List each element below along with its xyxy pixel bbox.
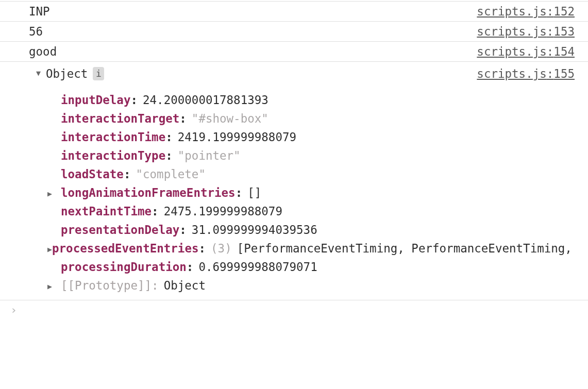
source-link[interactable]: scripts.js:154 xyxy=(477,45,575,58)
object-property[interactable]: interactionTarget: "#show-box" xyxy=(47,109,575,128)
source-link[interactable]: scripts.js:152 xyxy=(477,5,575,18)
prop-value: 0.699999988079071 xyxy=(198,260,317,274)
console-log-row[interactable]: INP scripts.js:152 xyxy=(0,1,588,22)
prop-value: [] xyxy=(247,186,261,199)
chevron-down-icon[interactable]: ▼ xyxy=(36,70,41,77)
object-prototype[interactable]: ▶ [[Prototype]]: Object xyxy=(47,276,575,295)
object-property[interactable]: processingDuration: 0.699999988079071 xyxy=(47,258,575,276)
chevron-right-icon: › xyxy=(10,303,17,316)
log-text: INP xyxy=(29,5,50,18)
object-property[interactable]: ▶ longAnimationFrameEntries: [] xyxy=(47,183,575,202)
object-property[interactable]: loadState: "complete" xyxy=(47,165,575,183)
log-text: 56 xyxy=(29,25,43,38)
object-property[interactable]: presentationDelay: 31.099999994039536 xyxy=(47,221,575,239)
object-property[interactable]: ▶ processedEventEntries: (3) [Performanc… xyxy=(47,239,575,258)
console-object-row: ▼ Object i scripts.js:155 inputDelay: 24… xyxy=(0,62,588,300)
object-property[interactable]: interactionTime: 2419.199999988079 xyxy=(47,128,575,146)
chevron-right-icon[interactable]: ▶ xyxy=(47,189,61,198)
console-prompt[interactable]: › xyxy=(0,300,588,319)
console-output: INP scripts.js:152 56 scripts.js:153 goo… xyxy=(0,0,588,319)
prop-value: Object xyxy=(164,279,206,292)
source-link[interactable]: scripts.js:155 xyxy=(477,67,575,80)
chevron-right-icon[interactable]: ▶ xyxy=(47,282,61,291)
console-log-row[interactable]: 56 scripts.js:153 xyxy=(0,22,588,42)
prop-value: 24.200000017881393 xyxy=(143,93,268,107)
object-property[interactable]: nextPaintTime: 2475.199999988079 xyxy=(47,202,575,221)
prop-value: "#show-box" xyxy=(192,112,268,125)
info-icon[interactable]: i xyxy=(93,67,104,80)
object-label[interactable]: Object xyxy=(46,67,88,80)
object-properties: inputDelay: 24.200000017881393 interacti… xyxy=(29,91,575,295)
console-log-row[interactable]: good scripts.js:154 xyxy=(0,42,588,62)
prop-value: "complete" xyxy=(136,167,205,181)
object-property[interactable]: inputDelay: 24.200000017881393 xyxy=(47,91,575,109)
prop-value: 31.099999994039536 xyxy=(192,223,317,236)
source-link[interactable]: scripts.js:153 xyxy=(477,25,575,38)
prop-value: 2475.199999988079 xyxy=(164,205,282,218)
prop-value: 2419.199999988079 xyxy=(178,130,296,144)
array-count: (3) xyxy=(211,242,232,255)
prop-value: [PerformanceEventTiming, PerformanceEven… xyxy=(237,242,575,255)
chevron-right-icon[interactable]: ▶ xyxy=(47,245,52,254)
object-property[interactable]: interactionType: "pointer" xyxy=(47,146,575,165)
prop-value: "pointer" xyxy=(178,149,241,162)
log-text: good xyxy=(29,45,57,58)
